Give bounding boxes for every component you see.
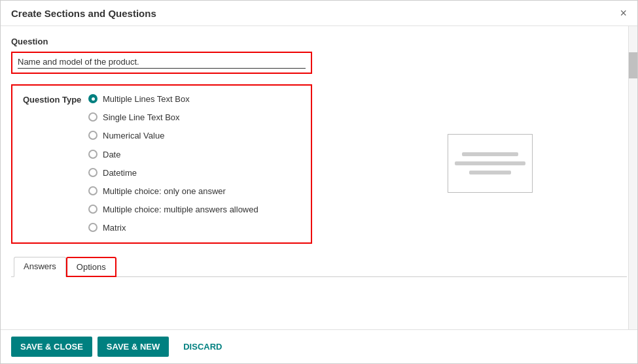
dialog-header: Create Sections and Questions × xyxy=(1,1,637,26)
qt-option-label-mc-one: Multiple choice: only one answer xyxy=(103,186,226,197)
qt-option-label-mc-multi: Multiple choice: multiple answers allowe… xyxy=(103,204,258,216)
dialog: Create Sections and Questions × Question… xyxy=(0,0,638,364)
tabs-row: Answers Options xyxy=(11,257,627,277)
close-button[interactable]: × xyxy=(620,7,627,19)
qt-option-label-multi-line: Multiple Lines Text Box xyxy=(103,93,190,105)
preview-box xyxy=(448,134,533,193)
qt-option-multi-line[interactable]: Multiple Lines Text Box xyxy=(88,93,258,105)
question-input-wrapper xyxy=(11,52,312,74)
qt-option-single-line[interactable]: Single Line Text Box xyxy=(88,112,258,124)
qt-option-matrix[interactable]: Matrix xyxy=(88,222,258,234)
radio-numerical xyxy=(88,131,97,140)
preview-line-2 xyxy=(455,161,525,165)
radio-date xyxy=(88,150,97,159)
qt-option-label-single-line: Single Line Text Box xyxy=(103,112,180,124)
save-close-button[interactable]: SAVE & CLOSE xyxy=(11,337,92,357)
radio-mc-multi xyxy=(88,205,97,214)
question-type-options: Multiple Lines Text Box Single Line Text… xyxy=(88,93,258,235)
save-new-button[interactable]: SAVE & NEW xyxy=(97,337,169,357)
qt-option-date[interactable]: Date xyxy=(88,149,258,161)
question-type-section: Question Type Multiple Lines Text Box Si… xyxy=(11,84,312,244)
qt-option-numerical[interactable]: Numerical Value xyxy=(88,130,258,142)
tab-options[interactable]: Options xyxy=(66,257,116,277)
radio-matrix xyxy=(88,223,97,232)
question-type-label: Question Type xyxy=(23,93,88,105)
dialog-title: Create Sections and Questions xyxy=(11,8,156,19)
qt-option-label-matrix: Matrix xyxy=(103,222,126,234)
radio-mc-one xyxy=(88,186,97,195)
radio-multi-line xyxy=(88,94,97,103)
scrollbar-track[interactable] xyxy=(628,26,637,329)
radio-datetime xyxy=(88,168,97,177)
radio-single-line xyxy=(88,112,97,122)
discard-button[interactable]: DISCARD xyxy=(174,337,231,357)
scrollbar-thumb[interactable] xyxy=(629,52,637,78)
question-input[interactable] xyxy=(18,57,306,69)
dialog-body: Question Question Type Multiple Lines Te… xyxy=(1,26,637,288)
dialog-footer: SAVE & CLOSE SAVE & NEW DISCARD xyxy=(1,329,637,363)
question-label: Question xyxy=(11,37,627,46)
preview-line-3 xyxy=(469,171,512,174)
qt-option-datetime[interactable]: Datetime xyxy=(88,167,258,179)
preview-line-1 xyxy=(462,152,518,156)
qt-option-mc-one[interactable]: Multiple choice: only one answer xyxy=(88,186,258,197)
content-area: Question Question Type Multiple Lines Te… xyxy=(1,26,637,329)
qt-option-label-datetime: Datetime xyxy=(103,167,137,179)
qt-option-label-date: Date xyxy=(103,149,120,161)
qt-option-mc-multi[interactable]: Multiple choice: multiple answers allowe… xyxy=(88,204,258,216)
tab-answers[interactable]: Answers xyxy=(14,257,66,277)
qt-option-label-numerical: Numerical Value xyxy=(103,130,164,142)
